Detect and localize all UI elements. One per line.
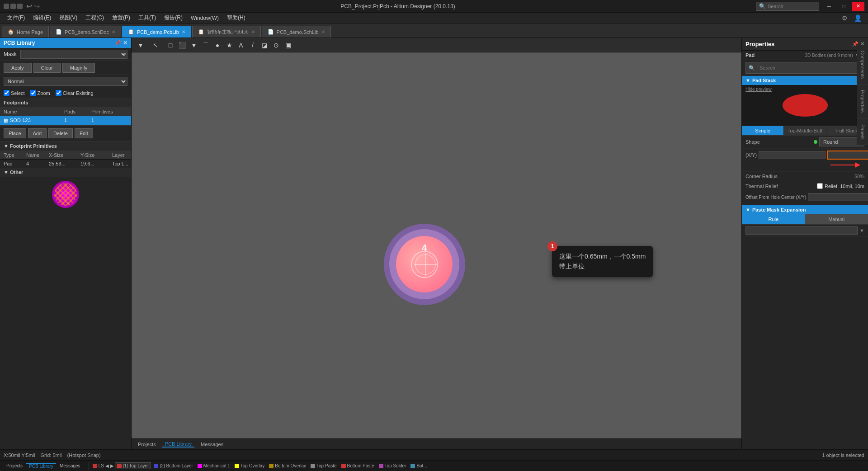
layer-top[interactable]: [1] Top Layer <box>115 462 151 469</box>
toolbar-grid-btn[interactable]: ▣ <box>283 40 293 51</box>
messages-bottom-tab[interactable]: Messages <box>57 463 83 468</box>
menu-view[interactable]: 视图(V) <box>56 13 81 23</box>
rule-tab[interactable]: Rule <box>742 214 805 224</box>
rtab-properties[interactable]: Properties <box>857 85 868 118</box>
magnify-button[interactable]: Magnify <box>62 63 95 73</box>
tab-smartcar[interactable]: 📋 智能车主板.PcbLib ✕ <box>192 26 261 38</box>
tab-demo-schlib[interactable]: 📄 PCB_demo.SchLib ✕ <box>262 26 331 38</box>
paste-value-input[interactable]: 0mil <box>745 226 858 235</box>
zoom-checkbox[interactable] <box>30 90 36 96</box>
apply-button[interactable]: Apply <box>4 63 32 73</box>
tab-pcblib-close[interactable]: ✕ <box>182 29 185 34</box>
rp-search-input[interactable] <box>757 64 861 72</box>
toolbar-text-btn[interactable]: A <box>236 40 246 51</box>
primitive-row-pad[interactable]: Pad 4 25.59... 19.6... Top L... <box>0 160 131 168</box>
normal-select[interactable]: Normal <box>4 77 127 86</box>
canvas-area[interactable]: ▼ ↖ □ ⬛ ▼ ⌒ ● ★ A / ◪ ⊙ ▣ 4 <box>132 38 741 449</box>
tab-pcb-schdoc[interactable]: 📄 PCB_demo.SchDoc ✕ <box>50 26 121 38</box>
tab-home[interactable]: 🏠 Home Page <box>2 26 49 38</box>
minimize-button[interactable]: ─ <box>823 2 835 11</box>
redo-icon[interactable]: ↪ <box>34 2 40 10</box>
toolbar-star-btn[interactable]: ★ <box>224 40 235 51</box>
menu-reports[interactable]: 报告(R) <box>160 13 186 23</box>
manual-tab[interactable]: Manual <box>805 214 868 224</box>
menu-file[interactable]: 文件(F) <box>4 13 28 23</box>
ls-prev[interactable]: ◀ <box>105 463 109 468</box>
thermal-checkbox[interactable] <box>817 183 823 189</box>
paste-dropdown-icon[interactable]: ▼ <box>859 228 864 233</box>
tab-top-middle-bott[interactable]: Top-Middle-Bott <box>784 126 826 135</box>
place-button[interactable]: Place <box>4 128 26 138</box>
user-icon[interactable]: 👤 <box>851 14 864 22</box>
toolbar-line-btn[interactable]: / <box>247 40 258 51</box>
mask-dropdown-icon[interactable]: ▼ <box>122 51 127 57</box>
menu-edit[interactable]: 编辑(E) <box>29 13 55 23</box>
undo-icon[interactable]: ↩ <box>26 2 32 10</box>
rtab-panels[interactable]: Panels <box>857 119 868 146</box>
menu-window[interactable]: Window(W) <box>187 14 222 22</box>
tab-simple[interactable]: Simple <box>742 126 784 135</box>
pad-stack-section[interactable]: ▼ Pad Stack <box>742 76 868 85</box>
select-checkbox[interactable] <box>4 90 9 96</box>
menu-help[interactable]: 帮助(H) <box>223 13 249 23</box>
toolbar-cursor-btn[interactable]: ↖ <box>150 40 161 51</box>
footprint-row-sod123[interactable]: ▦SOD-123 1 1 <box>0 116 131 125</box>
snap-status: (Hotspot Snap) <box>67 452 101 458</box>
offset-x-input[interactable]: 0mil <box>808 193 868 201</box>
tab-schdoc-close[interactable]: ✕ <box>112 29 115 34</box>
offset-row: Offset From Hole Center (X/Y) 0mil 0mil <box>742 191 868 203</box>
toolbar-circle-btn[interactable]: ● <box>212 40 223 51</box>
layer-mech1[interactable]: Mechanical 1 <box>196 463 232 469</box>
layer-top-overlay[interactable]: Top Overlay <box>233 463 266 469</box>
projects-bottom-tab[interactable]: Projects <box>4 463 25 468</box>
toolbar-target-btn[interactable]: ⊙ <box>271 40 282 51</box>
add-button[interactable]: Add <box>28 128 47 138</box>
toolbar-fill-btn[interactable]: ⬛ <box>177 40 188 51</box>
pcb-library-tab[interactable]: PCB Library <box>162 441 194 447</box>
title-search-bar[interactable]: 🔍 Search <box>756 2 819 11</box>
tab-pcb-demo-lib[interactable]: 📋 PCB_demo.PcbLib ✕ <box>122 26 191 38</box>
layer-bot-solder[interactable]: Bot... <box>409 463 429 469</box>
tab-schlib-close[interactable]: ✕ <box>321 29 325 34</box>
edit-button[interactable]: Edit <box>75 128 93 138</box>
zoom-checkbox-label[interactable]: Zoom <box>30 90 50 96</box>
y-value-input[interactable]: 0.5mm <box>827 151 868 160</box>
layer-bottom-overlay[interactable]: Bottom Overlay <box>267 463 308 469</box>
hide-preview-link[interactable]: Hide preview <box>745 87 772 92</box>
projects-tab[interactable]: Projects <box>135 442 159 447</box>
layer-bottom[interactable]: [2] Bottom Layer <box>152 463 194 469</box>
menu-place[interactable]: 放置(P) <box>108 13 134 23</box>
toolbar-corner-btn[interactable]: ◪ <box>259 40 270 51</box>
rtab-components[interactable]: Components <box>857 45 868 85</box>
shape-row: Shape Round <box>742 136 868 149</box>
app-icon-1 <box>4 4 9 9</box>
layer-top-paste[interactable]: Top Paste <box>309 463 338 469</box>
pcb-library-bottom-tab[interactable]: PCB Library <box>26 463 56 469</box>
ls-next[interactable]: ▶ <box>110 463 114 468</box>
select-checkbox-label[interactable]: Select <box>4 90 25 96</box>
mask-select[interactable] <box>20 50 127 59</box>
close-button[interactable]: ✕ <box>852 2 864 11</box>
messages-tab[interactable]: Messages <box>198 442 226 447</box>
clear-existing-checkbox[interactable] <box>56 90 61 96</box>
x-value-input[interactable]: 25.591mil <box>759 151 826 159</box>
settings-icon[interactable]: ⚙ <box>839 14 850 22</box>
maximize-button[interactable]: □ <box>837 2 850 11</box>
panel-pin-icon[interactable]: 📌 <box>114 40 121 46</box>
toolbar-filter-btn[interactable]: ▼ <box>135 40 146 51</box>
paste-mask-section[interactable]: ▼ Paste Mask Expansion <box>742 205 868 214</box>
delete-button[interactable]: Delete <box>48 128 73 138</box>
toolbar-dropdown2-btn[interactable]: ▼ <box>189 40 199 51</box>
layer-bottom-paste[interactable]: Bottom Paste <box>340 463 376 469</box>
toolbar-rect-btn[interactable]: □ <box>165 40 176 51</box>
clear-button[interactable]: Clear <box>33 63 61 73</box>
toolbar-arc-btn[interactable]: ⌒ <box>200 40 211 51</box>
panel-close-icon[interactable]: ✕ <box>123 40 127 46</box>
menu-project[interactable]: 工程(C) <box>82 13 108 23</box>
tab-smartcar-close[interactable]: ✕ <box>251 29 255 34</box>
titlebar: ↩ ↪ PCB_Project.PrjPcb - Altium Designer… <box>0 0 868 13</box>
menu-tools[interactable]: 工具(T) <box>135 13 160 23</box>
clear-existing-checkbox-label[interactable]: Clear Existing <box>56 90 94 96</box>
layer-ls[interactable]: LS ◀ ▶ <box>93 463 114 468</box>
layer-top-solder[interactable]: Top Solder <box>377 463 408 469</box>
